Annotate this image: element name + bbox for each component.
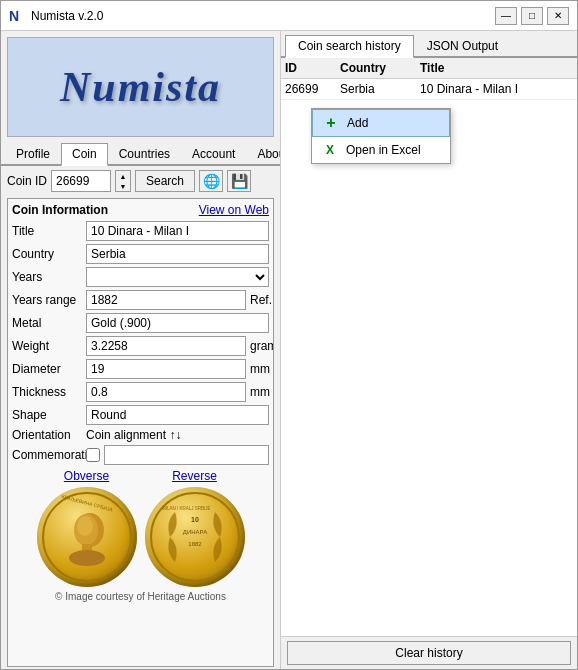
weight-input[interactable] <box>86 336 246 356</box>
svg-text:ДИНАРА: ДИНАРА <box>182 529 206 535</box>
svg-text:1882: 1882 <box>188 541 202 547</box>
coin-id-input[interactable] <box>51 170 111 192</box>
diameter-input[interactable] <box>86 359 246 379</box>
svg-text:10: 10 <box>191 516 199 523</box>
commemorative-row: Commemorative <box>12 445 269 465</box>
country-input[interactable] <box>86 244 269 264</box>
clear-history-button[interactable]: Clear history <box>287 641 571 665</box>
context-menu-open-excel[interactable]: X Open in Excel <box>312 137 450 163</box>
thickness-input[interactable] <box>86 382 246 402</box>
add-icon: + <box>323 115 339 131</box>
obverse-column: Obverse <box>37 469 137 587</box>
diameter-unit: mm <box>250 362 270 376</box>
globe-button[interactable]: 🌐 <box>199 170 223 192</box>
reverse-image: 10 ДИНАРА 1882 MILAN I KRALJ SRBIJE <box>145 487 245 587</box>
tab-coin-search-history[interactable]: Coin search history <box>285 35 414 58</box>
result-country: Serbia <box>340 82 420 96</box>
right-tabs: Coin search history JSON Output <box>281 31 577 58</box>
table-row[interactable]: 26699 Serbia 10 Dinara - Milan I <box>281 79 577 100</box>
title-field-row: Title <box>12 221 269 241</box>
country-field-row: Country <box>12 244 269 264</box>
obverse-link[interactable]: Obverse <box>64 469 109 483</box>
metal-input[interactable] <box>86 313 269 333</box>
weight-label: Weight <box>12 339 82 353</box>
title-input[interactable] <box>86 221 269 241</box>
metal-field-row: Metal <box>12 313 269 333</box>
main-window: N Numista v.2.0 — □ ✕ Numista Profile Co… <box>0 0 578 670</box>
commemorative-checkbox[interactable] <box>86 448 100 462</box>
coin-images-row: Obverse <box>12 469 269 587</box>
search-button[interactable]: Search <box>135 170 195 192</box>
col-title-header: Title <box>420 61 573 75</box>
years-label: Years <box>12 270 82 284</box>
orientation-field-row: Orientation Coin alignment ↑↓ <box>12 428 269 442</box>
coin-id-label: Coin ID <box>7 174 47 188</box>
thickness-field-row: Thickness mm <box>12 382 269 402</box>
window-controls: — □ ✕ <box>495 7 569 25</box>
metal-label: Metal <box>12 316 82 330</box>
weight-unit: grams <box>250 339 274 353</box>
title-bar: N Numista v.2.0 — □ ✕ <box>1 1 577 31</box>
tab-account[interactable]: Account <box>181 143 246 164</box>
svg-point-5 <box>77 516 93 536</box>
minimize-button[interactable]: — <box>495 7 517 25</box>
years-range-label: Years range <box>12 293 82 307</box>
title-label: Title <box>12 224 82 238</box>
col-country-header: Country <box>340 61 420 75</box>
thickness-unit: mm <box>250 385 270 399</box>
orientation-label: Orientation <box>12 428 82 442</box>
tab-json-output[interactable]: JSON Output <box>414 35 511 56</box>
search-results: ID Country Title 26699 Serbia 10 Dinara … <box>281 58 577 636</box>
logo-area: Numista <box>7 37 274 137</box>
reverse-svg: 10 ДИНАРА 1882 MILAN I KRALJ SRBIJE <box>150 492 240 582</box>
svg-text:MILAN I KRALJ SRBIJE: MILAN I KRALJ SRBIJE <box>162 506 211 511</box>
thickness-label: Thickness <box>12 385 82 399</box>
view-on-web-link[interactable]: View on Web <box>199 203 269 217</box>
tab-profile[interactable]: Profile <box>5 143 61 164</box>
save-button[interactable]: 💾 <box>227 170 251 192</box>
add-label: Add <box>347 116 368 130</box>
shape-field-row: Shape <box>12 405 269 425</box>
ref-label: Ref. <box>250 293 274 307</box>
diameter-label: Diameter <box>12 362 82 376</box>
reverse-link[interactable]: Reverse <box>172 469 217 483</box>
col-id-header: ID <box>285 61 340 75</box>
results-header: ID Country Title <box>281 58 577 79</box>
tab-coin[interactable]: Coin <box>61 143 108 166</box>
tab-countries[interactable]: Countries <box>108 143 181 164</box>
context-menu-add[interactable]: + Add <box>312 109 450 137</box>
title-bar-left: N Numista v.2.0 <box>9 8 103 24</box>
result-title: 10 Dinara - Milan I <box>420 82 573 96</box>
image-caption: © Image courtesy of Heritage Auctions <box>12 591 269 602</box>
open-excel-label: Open in Excel <box>346 143 421 157</box>
coin-id-spinner: ▲ ▼ <box>115 170 131 192</box>
commemorative-label: Commemorative <box>12 448 82 462</box>
svg-text:КРАЉЕВИНА СРБИЈА: КРАЉЕВИНА СРБИЈА <box>60 493 113 513</box>
result-id: 26699 <box>285 82 340 96</box>
bottom-bar: Clear history <box>281 636 577 669</box>
tab-about[interactable]: About <box>246 143 281 164</box>
country-label: Country <box>12 247 82 261</box>
obverse-svg: КРАЉЕВИНА СРБИЈА <box>42 492 132 582</box>
commemorative-input[interactable] <box>104 445 269 465</box>
close-button[interactable]: ✕ <box>547 7 569 25</box>
years-range-input[interactable] <box>86 290 246 310</box>
app-icon: N <box>9 8 25 24</box>
weight-field-row: Weight grams <box>12 336 269 356</box>
maximize-button[interactable]: □ <box>521 7 543 25</box>
spinner-down[interactable]: ▼ <box>116 181 130 191</box>
coin-controls: Coin ID ▲ ▼ Search 🌐 💾 <box>1 166 280 196</box>
spinner-up[interactable]: ▲ <box>116 171 130 181</box>
left-panel: Numista Profile Coin Countries Account A… <box>1 31 281 669</box>
diameter-field-row: Diameter mm <box>12 359 269 379</box>
shape-label: Shape <box>12 408 82 422</box>
reverse-column: Reverse 10 ДИНАРА <box>145 469 245 587</box>
coin-info-section: Coin Information View on Web Title Count… <box>7 198 274 667</box>
orientation-value: Coin alignment ↑↓ <box>86 428 181 442</box>
section-header: Coin Information View on Web <box>12 203 269 217</box>
context-menu: + Add X Open in Excel <box>311 108 451 164</box>
years-select[interactable] <box>86 267 269 287</box>
nav-tabs: Profile Coin Countries Account About <box>1 143 280 166</box>
shape-input[interactable] <box>86 405 269 425</box>
app-logo: Numista <box>60 63 221 111</box>
